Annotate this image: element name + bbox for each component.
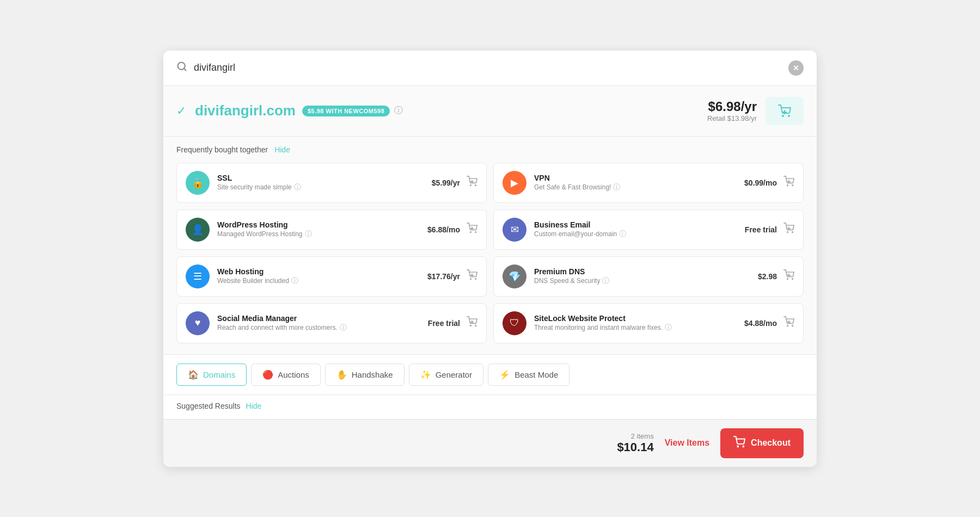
tab-auctions[interactable]: 🔴Auctions xyxy=(251,364,321,386)
svg-point-18 xyxy=(787,232,788,233)
product-card: 🔒 SSL Site security made simple ⓘ $5.99/… xyxy=(176,163,487,203)
tab-beast-mode[interactable]: ⚡Beast Mode xyxy=(488,364,569,386)
product-price-area: $17.76/yr xyxy=(427,269,477,283)
tab-icon: ✋ xyxy=(336,370,347,380)
product-price-area: $5.99/yr xyxy=(432,176,477,189)
add-product-to-cart-button[interactable] xyxy=(467,223,477,236)
product-card: ♥ Social Media Manager Reach and connect… xyxy=(176,303,487,343)
product-price: Free trial xyxy=(428,319,460,328)
add-product-to-cart-button[interactable] xyxy=(783,176,794,189)
product-desc: Site security made simple ⓘ xyxy=(217,182,424,192)
hide-frequently-button[interactable]: Hide xyxy=(274,145,290,154)
product-icon: 💎 xyxy=(503,264,526,288)
product-price: $5.99/yr xyxy=(432,179,460,187)
product-price: $17.76/yr xyxy=(427,272,460,281)
domain-retail-price: Retail $13.98/yr xyxy=(707,114,757,122)
cart-summary: 2 items $10.14 xyxy=(617,432,653,454)
checkout-cart-icon xyxy=(733,436,745,451)
product-price: $4.88/mo xyxy=(744,319,777,328)
product-info: SSL Site security made simple ⓘ xyxy=(217,174,424,192)
tab-icon: ✨ xyxy=(420,370,431,380)
search-bar: ✕ xyxy=(163,51,817,86)
frequently-bought-section: Frequently bought together Hide 🔒 SSL Si… xyxy=(163,137,817,354)
product-price-area: $6.88/mo xyxy=(427,223,477,236)
product-icon: ☰ xyxy=(186,264,210,288)
add-product-to-cart-button[interactable] xyxy=(783,223,794,236)
add-product-to-cart-button[interactable] xyxy=(783,316,794,330)
product-card: 👤 WordPress Hosting Managed WordPress Ho… xyxy=(176,210,487,250)
add-product-to-cart-button[interactable] xyxy=(783,269,794,283)
tab-generator[interactable]: ✨Generator xyxy=(409,364,484,386)
product-desc: Website Builder included ⓘ xyxy=(217,276,420,286)
product-name: Business Email xyxy=(534,220,737,229)
search-icon xyxy=(176,61,187,75)
search-input[interactable] xyxy=(194,62,788,73)
svg-point-3 xyxy=(788,115,789,116)
view-items-button[interactable]: View Items xyxy=(665,438,709,448)
product-icon: 🛡 xyxy=(503,311,526,335)
product-card: ▶ VPN Get Safe & Fast Browsing! ⓘ $0.99/… xyxy=(493,163,804,203)
add-product-to-cart-button[interactable] xyxy=(467,269,477,283)
add-product-to-cart-button[interactable] xyxy=(467,316,477,330)
domain-info-icon[interactable]: ⓘ xyxy=(394,105,403,116)
checkout-button[interactable]: Checkout xyxy=(720,428,804,458)
product-info: Business Email Custom email@your-domain … xyxy=(534,220,737,239)
product-desc: Custom email@your-domain ⓘ xyxy=(534,229,737,239)
suggested-title: Suggested Results xyxy=(176,402,241,410)
product-icon: 👤 xyxy=(186,218,210,242)
svg-point-10 xyxy=(787,185,788,186)
tab-label: Generator xyxy=(436,370,473,379)
tab-handshake[interactable]: ✋Handshake xyxy=(325,364,405,386)
svg-point-31 xyxy=(475,325,476,327)
svg-point-7 xyxy=(475,185,476,186)
svg-point-38 xyxy=(737,446,738,447)
tab-domains[interactable]: 🏠Domains xyxy=(176,364,247,386)
svg-point-11 xyxy=(792,185,793,186)
product-card: ✉ Business Email Custom email@your-domai… xyxy=(493,210,804,250)
svg-point-2 xyxy=(782,115,783,116)
products-grid: 🔒 SSL Site security made simple ⓘ $5.99/… xyxy=(176,163,804,343)
product-icon: ▶ xyxy=(503,171,526,195)
svg-point-34 xyxy=(787,325,788,327)
tab-icon: ⚡ xyxy=(499,370,510,380)
product-price: $2.98 xyxy=(758,272,777,281)
tab-label: Domains xyxy=(203,370,235,379)
hide-suggested-button[interactable]: Hide xyxy=(246,402,262,410)
product-name: WordPress Hosting xyxy=(217,220,420,229)
product-price-area: Free trial xyxy=(745,223,794,236)
domain-price: $6.98/yr xyxy=(707,99,757,114)
product-desc: Threat monitoring and instant malware fi… xyxy=(534,323,737,333)
product-icon: 🔒 xyxy=(186,171,210,195)
product-price-area: Free trial xyxy=(428,316,477,330)
product-info: WordPress Hosting Managed WordPress Host… xyxy=(217,220,420,239)
domain-name: divifangirl.com xyxy=(195,102,296,119)
product-price-area: $4.88/mo xyxy=(744,316,794,330)
svg-point-30 xyxy=(470,325,471,327)
domain-price-section: $6.98/yr Retail $13.98/yr xyxy=(707,97,804,125)
tab-icon: 🏠 xyxy=(188,370,199,380)
svg-point-15 xyxy=(475,232,476,233)
checkout-label: Checkout xyxy=(751,438,791,448)
add-product-to-cart-button[interactable] xyxy=(467,176,477,189)
frequently-header: Frequently bought together Hide xyxy=(176,145,804,154)
svg-point-39 xyxy=(743,446,744,447)
product-card: 💎 Premium DNS DNS Speed & Security ⓘ $2.… xyxy=(493,256,804,297)
product-desc: Get Safe & Fast Browsing! ⓘ xyxy=(534,182,737,192)
footer-bar: 2 items $10.14 View Items Checkout xyxy=(163,419,817,467)
product-card: ☰ Web Hosting Website Builder included ⓘ… xyxy=(176,256,487,297)
product-name: Web Hosting xyxy=(217,267,420,276)
available-check-icon: ✓ xyxy=(176,104,186,118)
product-desc: Reach and connect with more customers. ⓘ xyxy=(217,323,420,333)
suggested-header: Suggested Results Hide xyxy=(176,402,804,410)
product-name: Premium DNS xyxy=(534,267,750,276)
svg-point-6 xyxy=(470,185,471,186)
add-domain-to-cart-button[interactable] xyxy=(765,97,804,125)
items-count: 2 items xyxy=(617,432,653,440)
svg-point-27 xyxy=(792,279,793,280)
clear-search-button[interactable]: ✕ xyxy=(788,60,804,76)
product-name: SSL xyxy=(217,174,424,182)
product-icon: ✉ xyxy=(503,218,526,242)
product-price: Free trial xyxy=(745,225,777,234)
domain-result: ✓ divifangirl.com $5.98 WITH NEWCOM598 ⓘ… xyxy=(163,86,817,137)
product-icon: ♥ xyxy=(186,311,210,335)
